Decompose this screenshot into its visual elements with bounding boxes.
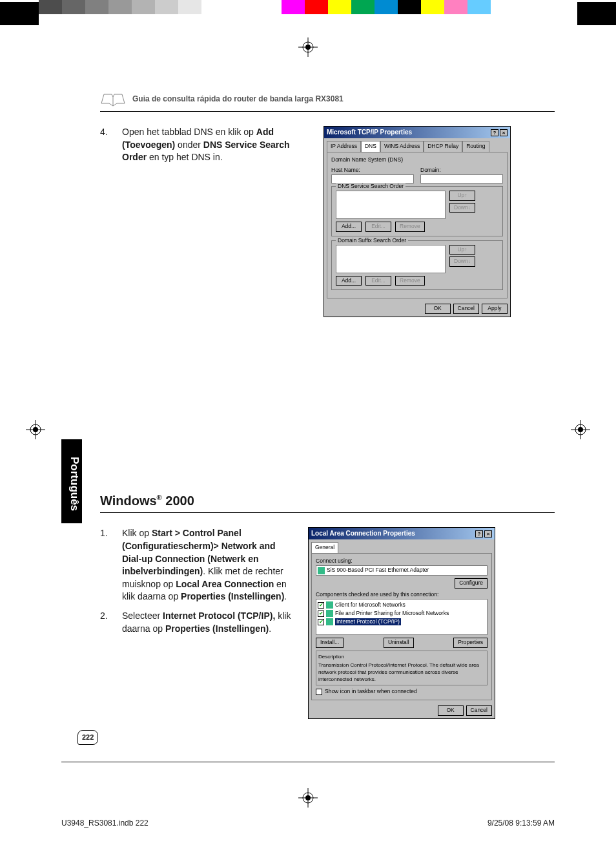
t: 2000: [162, 494, 194, 508]
adapter-combo[interactable]: SiS 900-Based PCI Fast Ethernet Adapter: [316, 565, 488, 576]
t: Properties (Instellingen): [181, 591, 284, 601]
swatch: [375, 0, 398, 14]
help-button[interactable]: ?: [475, 530, 483, 537]
install-button[interactable]: Install...: [316, 638, 344, 648]
t: Properties (Instellingen): [165, 623, 269, 634]
close-button[interactable]: ×: [500, 129, 508, 136]
step-number: 2.: [100, 610, 114, 635]
swatch: [467, 0, 491, 14]
cancel-button[interactable]: Cancel: [453, 304, 479, 314]
swatch: [62, 0, 85, 14]
add-button[interactable]: Add...: [336, 276, 362, 286]
connect-using-label: Connect using:: [316, 558, 488, 565]
help-button[interactable]: ?: [491, 129, 498, 136]
tab-dhcp-relay[interactable]: DHCP Relay: [424, 141, 462, 152]
item-label: Client for Microsoft Networks: [335, 601, 406, 609]
description-title: Description: [318, 653, 485, 660]
component-icon: [326, 610, 333, 617]
add-button[interactable]: Add...: [336, 222, 362, 232]
components-list[interactable]: ✔Client for Microsoft Networks ✔File and…: [316, 599, 488, 635]
adapter-name: SiS 900-Based PCI Fast Ethernet Adapter: [327, 567, 429, 574]
close-button[interactable]: ×: [484, 530, 492, 537]
item-label: File and Printer Sharing for Microsoft N…: [335, 610, 449, 618]
checkbox-icon[interactable]: ✔: [318, 602, 324, 609]
remove-button[interactable]: Remove: [395, 276, 425, 286]
up-button[interactable]: Up↑: [449, 191, 475, 201]
apply-button[interactable]: Apply: [482, 304, 508, 314]
slug-left: U3948_RS3081.indb 222: [61, 818, 149, 829]
component-icon: [326, 618, 333, 625]
swatch: [132, 0, 155, 14]
item-label: Internet Protocol (TCP/IP): [335, 618, 401, 626]
swatch: [155, 0, 178, 14]
registration-mark-left: [26, 420, 45, 439]
swatch: [282, 0, 305, 14]
tab-wins-address[interactable]: WINS Address: [380, 141, 424, 152]
edit-button[interactable]: Edit...: [365, 276, 391, 286]
host-name-input[interactable]: [331, 174, 414, 183]
checkbox-icon[interactable]: ✔: [318, 619, 324, 625]
group-dns-order-label: DNS Service Search Order: [336, 183, 406, 191]
ok-button[interactable]: OK: [438, 705, 464, 716]
swatch: [328, 0, 351, 14]
swatch: [305, 0, 328, 14]
footer-rule: [61, 762, 555, 762]
down-button[interactable]: Down↓: [449, 256, 475, 267]
swatch: [108, 0, 132, 14]
registration-mark-right: [571, 420, 590, 439]
tab-ip-address[interactable]: IP Address: [327, 141, 361, 152]
up-button[interactable]: Up↑: [449, 245, 475, 255]
remove-button[interactable]: Remove: [395, 222, 425, 232]
swatch: [444, 0, 467, 14]
swatch: [398, 0, 421, 14]
edit-button[interactable]: Edit...: [365, 222, 391, 232]
step-number: 1.: [100, 527, 114, 603]
booklet-icon: [100, 90, 126, 107]
tab-general[interactable]: General: [311, 542, 338, 553]
domain-input[interactable]: [420, 174, 503, 183]
step-text: Selecteer Internet Protocol (TCP/IP), kl…: [122, 610, 300, 635]
step-text: Open het tabblad DNS en klik op Add (Toe…: [122, 126, 316, 317]
swatch: [178, 0, 201, 14]
slug-right: 9/25/08 9:13:59 AM: [488, 818, 555, 829]
cancel-button[interactable]: Cancel: [466, 705, 492, 716]
ok-button[interactable]: OK: [425, 304, 451, 314]
show-icon-checkbox[interactable]: [316, 689, 322, 695]
configure-button[interactable]: Configure: [455, 578, 488, 589]
page-number: 222: [77, 730, 98, 745]
registration-mark-top: [298, 37, 318, 57]
swatch: [39, 0, 62, 14]
lan-connection-properties-dialog: Local Area Connection Properties ? × Gen…: [308, 527, 495, 719]
step-text: Klik op Start > Control Panel (Configura…: [122, 527, 300, 603]
swatch: [201, 0, 225, 14]
t: Local Area Connection: [176, 579, 274, 589]
components-caption: Components checked are used by this conn…: [316, 591, 488, 599]
t: .: [284, 591, 287, 601]
t: Open het tabblad DNS en klik op: [122, 127, 256, 137]
tab-routing[interactable]: Routing: [462, 141, 489, 152]
tab-dns[interactable]: DNS: [361, 141, 380, 152]
tcpip-properties-dialog: Microsoft TCP/IP Properties ? × IP Addre…: [323, 126, 511, 317]
step-number: 4.: [100, 126, 114, 317]
t: Internet Protocol (TCP/IP),: [163, 610, 275, 621]
dns-order-listbox[interactable]: [336, 191, 446, 219]
t: Klik op: [122, 528, 152, 538]
suffix-listbox[interactable]: [336, 245, 446, 273]
header-title: Guia de consulta rápida do router de ban…: [132, 94, 344, 105]
down-button[interactable]: Down↓: [449, 203, 475, 213]
list-item: ✔Client for Microsoft Networks: [318, 601, 486, 609]
swatch: [351, 0, 375, 14]
description-box: Description Transmission Control Protoco…: [316, 651, 488, 686]
swatch: [85, 0, 108, 14]
t: Selecteer: [122, 610, 163, 621]
checkbox-icon[interactable]: ✔: [318, 610, 324, 617]
list-item: ✔Internet Protocol (TCP/IP): [318, 618, 486, 626]
swatch: [421, 0, 444, 14]
t: .: [269, 623, 271, 634]
properties-button[interactable]: Properties: [453, 638, 488, 648]
t: en typ het DNS in.: [147, 152, 223, 162]
registration-mark-bottom: [298, 788, 318, 808]
uninstall-button[interactable]: Uninstall: [384, 638, 414, 648]
dialog-title: Local Area Connection Properties: [311, 529, 415, 538]
language-tab: Português: [61, 439, 82, 523]
